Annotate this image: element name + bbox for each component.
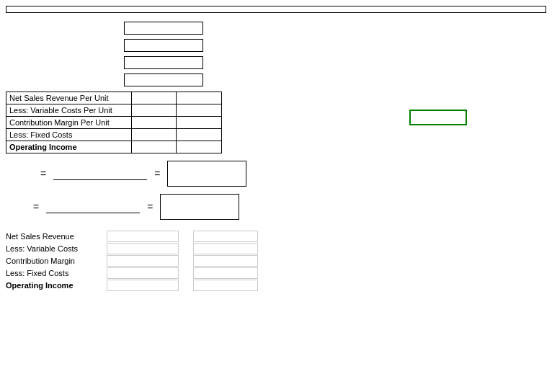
proof-pct-input[interactable] <box>193 231 258 242</box>
table-cell-pct <box>177 92 221 104</box>
table-cell-pct <box>177 117 221 128</box>
be-dollars-result[interactable] <box>167 161 246 187</box>
table-cell-pct <box>177 129 221 141</box>
table-cell-value <box>132 92 177 104</box>
proof-pct-input[interactable] <box>193 243 258 254</box>
proof-row-label: Operating Income <box>6 281 107 290</box>
table-cell-value <box>132 104 177 116</box>
table-cell-pct <box>177 141 221 153</box>
per-unit-table: Net Sales Revenue Per UnitLess: Variable… <box>6 92 222 153</box>
proof-table-row: Contribution Margin <box>6 255 546 267</box>
variable-costs-row <box>9 39 546 52</box>
equals-sign-2: = <box>154 168 160 179</box>
proof-row-label: Net Sales Revenue <box>6 232 107 241</box>
proof-section: Net Sales RevenueLess: Variable CostsCon… <box>6 228 546 291</box>
proof-dollars-input[interactable] <box>107 243 179 254</box>
table-cell-value <box>132 117 177 128</box>
variable-costs-input[interactable] <box>124 39 203 52</box>
fixed-costs-row <box>9 56 546 69</box>
be-units-result[interactable] <box>160 194 239 220</box>
table-cell-value <box>132 129 177 141</box>
table-row: Contribution Margin Per Unit <box>6 117 221 129</box>
proof-row-label: Less: Variable Costs <box>6 244 107 253</box>
table-cell-label: Net Sales Revenue Per Unit <box>6 92 132 104</box>
proof-table-row: Operating Income <box>6 280 546 291</box>
table-row: Less: Variable Costs Per Unit <box>6 104 221 117</box>
table-cell-label: Contribution Margin Per Unit <box>6 117 132 128</box>
proof-row-label: Contribution Margin <box>6 257 107 265</box>
proof-pct-input[interactable] <box>193 280 258 291</box>
proof-dollars-input[interactable] <box>107 280 179 291</box>
sales-price-input[interactable] <box>124 22 203 35</box>
equals-sign-4: = <box>147 201 153 213</box>
equals-sign-3: = <box>33 201 39 213</box>
fixed-costs-input[interactable] <box>124 56 203 69</box>
proof-row-label: Less: Fixed Costs <box>6 269 107 277</box>
equals-sign-1: = <box>40 168 46 179</box>
table-row: Less: Fixed Costs <box>6 129 221 141</box>
green-target-box[interactable] <box>409 110 467 125</box>
table-cell-label: Operating Income <box>6 141 132 153</box>
proof-pct-input[interactable] <box>193 255 258 267</box>
proof-dollars-input[interactable] <box>107 231 179 242</box>
table-cell-label: Less: Fixed Costs <box>6 129 132 141</box>
sales-price-row <box>9 22 546 35</box>
proof-table-row: Less: Variable Costs <box>6 243 546 254</box>
proof-table-row: Less: Fixed Costs <box>6 267 546 279</box>
table-cell-pct <box>177 104 221 116</box>
table-cell-value <box>132 141 177 153</box>
table-row: Operating Income <box>6 141 221 153</box>
proof-dollars-input[interactable] <box>107 255 179 267</box>
target-income-input[interactable] <box>124 74 203 86</box>
proof-table-row: Net Sales Revenue <box>6 231 546 242</box>
proof-pct-input[interactable] <box>193 267 258 279</box>
table-row: Net Sales Revenue Per Unit <box>6 92 221 104</box>
proof-dollars-input[interactable] <box>107 267 179 279</box>
table-cell-label: Less: Variable Costs Per Unit <box>6 104 132 116</box>
be-units-blank-line <box>46 200 140 213</box>
be-dollars-blank-line <box>53 167 147 180</box>
instruction-text <box>6 6 546 13</box>
target-income-row <box>9 74 546 86</box>
